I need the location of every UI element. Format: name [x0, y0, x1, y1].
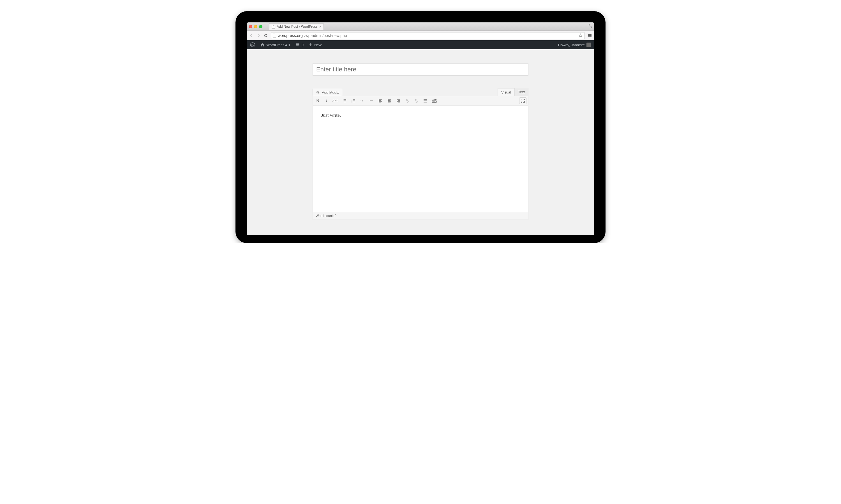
account-menu[interactable]: Howdy, Janneke [558, 42, 591, 47]
tab-visual[interactable]: Visual [498, 88, 515, 96]
align-center-button[interactable] [386, 98, 393, 104]
home-icon [260, 42, 264, 47]
numbered-list-button[interactable]: 123 [350, 98, 357, 104]
svg-point-1 [343, 100, 343, 100]
reload-button[interactable] [263, 33, 268, 38]
browser-tab[interactable]: Add New Post ‹ WordPress × [269, 23, 324, 30]
italic-button[interactable]: I [324, 98, 330, 104]
site-name-menu[interactable]: WordPress 4.1 [260, 42, 290, 47]
comment-icon [295, 42, 300, 47]
bulleted-list-button[interactable] [341, 98, 348, 104]
svg-text:3: 3 [351, 101, 353, 103]
avatar [586, 42, 591, 47]
page-icon [273, 34, 276, 37]
editor-mode-tabs: Visual Text [498, 88, 528, 96]
tinymce-editor: B I ABC 123 [313, 96, 528, 220]
new-label: New [314, 43, 322, 47]
wp-logo-menu[interactable] [250, 42, 255, 47]
bookmark-star-icon[interactable] [578, 33, 583, 38]
plus-icon [309, 43, 313, 47]
editor-status-bar: Word count: 2 [313, 212, 528, 219]
text-cursor [342, 112, 342, 117]
wp-content-area: Add Media Visual Text B I ABC [247, 49, 594, 235]
blockquote-button[interactable] [359, 98, 365, 104]
post-editor: Add Media Visual Text B I ABC [313, 63, 528, 235]
device-hinge [247, 235, 594, 243]
url-host: wordpress.org [278, 33, 303, 38]
howdy-label: Howdy, Janneke [558, 43, 585, 47]
svg-point-3 [343, 102, 343, 102]
editor-content-area[interactable]: Just write. [313, 106, 528, 212]
svg-rect-14 [434, 102, 435, 102]
svg-rect-13 [433, 102, 434, 102]
editor-toolbar: B I ABC 123 [313, 96, 528, 106]
horizontal-rule-button[interactable] [368, 98, 375, 104]
align-right-button[interactable] [395, 98, 401, 104]
comments-count: 0 [302, 43, 304, 47]
device-screen: Add New Post ‹ WordPress × wordpress.org… [247, 22, 594, 235]
forward-button[interactable] [256, 33, 261, 38]
svg-rect-10 [434, 100, 435, 100]
media-icon [316, 90, 320, 95]
insert-more-button[interactable] [422, 98, 428, 104]
device-frame: Add New Post ‹ WordPress × wordpress.org… [236, 11, 605, 243]
url-path: /wp-admin/post-new.php [305, 33, 347, 38]
bold-button[interactable]: B [314, 98, 321, 104]
close-tab-icon[interactable]: × [319, 25, 322, 29]
browser-tab-title: Add New Post ‹ WordPress [277, 25, 317, 29]
window-close-dot[interactable] [249, 25, 252, 28]
new-content-menu[interactable]: New [309, 43, 322, 47]
editor-text: Just write. [321, 112, 341, 118]
browser-tab-bar: Add New Post ‹ WordPress × [247, 22, 594, 31]
comments-menu[interactable]: 0 [295, 42, 304, 47]
browser-toolbar: wordpress.org/wp-admin/post-new.php [247, 31, 594, 40]
page-icon [272, 25, 275, 29]
remove-link-button[interactable] [413, 98, 419, 104]
align-left-button[interactable] [377, 98, 383, 104]
url-bar[interactable]: wordpress.org/wp-admin/post-new.php [271, 32, 585, 39]
site-name-label: WordPress 4.1 [266, 43, 290, 47]
window-minimize-dot[interactable] [254, 25, 257, 28]
svg-point-2 [343, 101, 343, 101]
word-count-label: Word count: [316, 214, 333, 218]
browser-menu-icon[interactable] [588, 33, 592, 38]
browser-fullscreen-icon[interactable] [589, 24, 592, 29]
tab-text[interactable]: Text [515, 88, 528, 96]
add-media-label: Add Media [322, 90, 339, 95]
svg-rect-9 [433, 100, 434, 100]
post-title-input[interactable] [313, 63, 528, 76]
window-zoom-dot[interactable] [259, 25, 262, 28]
distraction-free-button[interactable] [519, 97, 527, 104]
back-button[interactable] [249, 33, 253, 38]
svg-rect-12 [432, 102, 433, 102]
wordpress-logo-icon [250, 42, 255, 47]
insert-link-button[interactable] [404, 98, 410, 104]
wp-admin-bar: WordPress 4.1 0 New Howdy, Janneke [247, 40, 594, 49]
svg-rect-8 [432, 100, 433, 100]
add-media-button[interactable]: Add Media [313, 89, 342, 96]
strikethrough-button[interactable]: ABC [332, 98, 339, 104]
toolbar-toggle-button[interactable] [431, 98, 437, 104]
word-count-value: 2 [335, 214, 337, 218]
